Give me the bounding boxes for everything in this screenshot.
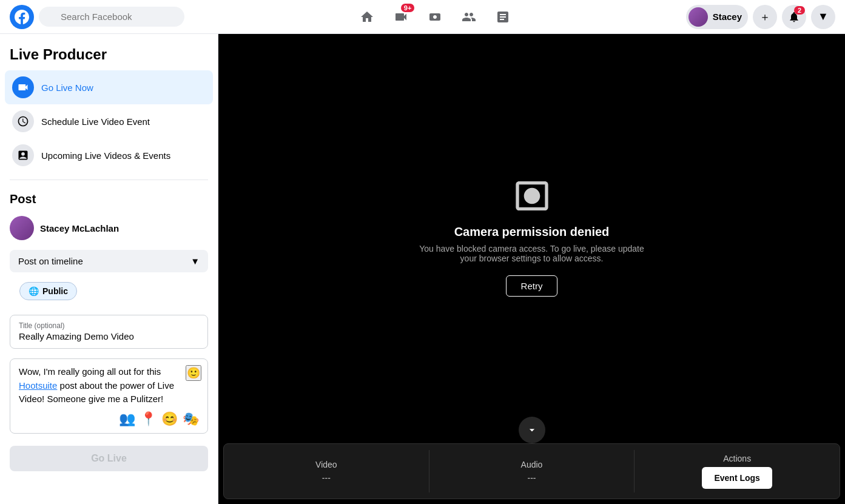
home-nav-button[interactable] (352, 2, 382, 32)
post-on-timeline-label: Post on timeline (18, 256, 83, 266)
tag-people-icon[interactable]: 👥 (119, 411, 135, 427)
schedule-icon (12, 110, 34, 132)
scroll-down-button[interactable] (519, 417, 545, 443)
upcoming-label: Upcoming Live Videos & Events (41, 150, 170, 161)
schedule-label: Schedule Live Video Event (41, 116, 150, 127)
description-text: Wow, I'm really going all out for this H… (19, 365, 199, 406)
post-user-avatar (10, 216, 34, 240)
audio-label: Audio (521, 460, 543, 469)
groups-nav-button[interactable] (454, 2, 483, 32)
video-label: Video (315, 460, 337, 469)
search-wrap: 🔍 (34, 7, 184, 27)
gif-icon[interactable]: 🎭 (183, 411, 199, 427)
pages-nav-button[interactable] (488, 2, 517, 32)
go-live-icon (12, 76, 34, 98)
description-container: Wow, I'm really going all out for this H… (10, 358, 208, 434)
camera-area: Camera permission denied You have blocke… (218, 34, 845, 438)
audience-selector[interactable]: 🌐 Public (19, 282, 77, 300)
audio-section: Audio --- (429, 450, 635, 492)
feeling-icon[interactable]: 😊 (161, 411, 178, 427)
post-section-title: Post (0, 187, 218, 211)
title-input-container: Title (optional) (10, 315, 208, 349)
location-icon[interactable]: 📍 (140, 411, 157, 427)
facebook-logo[interactable] (10, 5, 34, 29)
title-input-label: Title (optional) (19, 321, 199, 330)
sidebar-navigation: Go Live Now Schedule Live Video Event Up… (0, 70, 218, 172)
menu-button[interactable]: ▼ (811, 5, 835, 29)
notifications-button[interactable]: 2 (782, 5, 806, 29)
sidebar-divider (10, 180, 208, 180)
top-navigation: 🔍 9+ Stacey ＋ 2 ▼ (0, 0, 845, 34)
sidebar-item-upcoming[interactable]: Upcoming Live Videos & Events (5, 138, 213, 172)
upcoming-icon (12, 144, 34, 166)
sidebar-title: Live Producer (0, 34, 218, 70)
retry-button[interactable]: Retry (506, 275, 558, 297)
sidebar-item-schedule[interactable]: Schedule Live Video Event (5, 104, 213, 138)
main-content-area: Camera permission denied You have blocke… (218, 34, 845, 504)
sidebar-item-go-live[interactable]: Go Live Now (5, 70, 213, 104)
camera-icon (513, 176, 551, 215)
video-badge: 9+ (401, 4, 415, 12)
camera-denied-title: Camera permission denied (454, 225, 610, 239)
event-logs-button[interactable]: Event Logs (702, 467, 772, 489)
notifications-badge: 2 (794, 6, 805, 15)
description-link[interactable]: Hootsuite (19, 380, 57, 391)
camera-denied-desc: You have blocked camera access. To go li… (411, 244, 653, 263)
emoji-button[interactable]: 🙂 (186, 365, 201, 381)
username-label: Stacey (713, 12, 742, 22)
actions-label: Actions (723, 454, 751, 463)
nav-right-section: Stacey ＋ 2 ▼ (686, 5, 835, 29)
bottom-bar: Video --- Audio --- Actions Event Logs (223, 443, 840, 499)
title-input[interactable] (19, 331, 199, 341)
nav-user-button[interactable]: Stacey (686, 5, 748, 29)
search-input[interactable] (39, 7, 184, 27)
audio-value: --- (528, 473, 536, 483)
dropdown-chevron-icon: ▼ (190, 256, 200, 266)
marketplace-nav-button[interactable] (420, 2, 449, 32)
audience-label: Public (42, 286, 68, 296)
post-on-timeline-dropdown[interactable]: Post on timeline ▼ (10, 250, 208, 272)
add-button[interactable]: ＋ (753, 5, 777, 29)
nav-center-icons: 9+ (184, 2, 686, 32)
sidebar: Live Producer Go Live Now Schedule Live … (0, 34, 218, 504)
description-actions: 👥 📍 😊 🎭 (19, 411, 199, 427)
video-section: Video --- (224, 450, 429, 492)
video-value: --- (322, 473, 331, 483)
actions-section: Actions Event Logs (635, 444, 840, 499)
avatar (688, 7, 708, 27)
go-live-label: Go Live Now (41, 82, 93, 93)
post-user-name: Stacey McLachlan (40, 223, 119, 234)
go-live-button[interactable]: Go Live (10, 446, 208, 471)
main-layout: Live Producer Go Live Now Schedule Live … (0, 34, 845, 504)
video-nav-button[interactable]: 9+ (386, 2, 416, 32)
post-user-section: Stacey McLachlan (0, 211, 218, 245)
globe-icon: 🌐 (29, 286, 39, 296)
